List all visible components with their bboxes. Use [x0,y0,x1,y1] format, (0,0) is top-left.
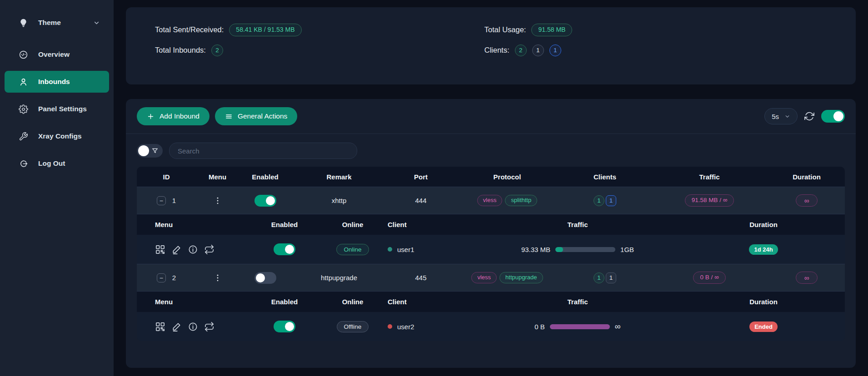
inbound-enabled-toggle[interactable] [254,272,276,284]
total-usage-badge: 91.58 MB [531,24,572,36]
sent-received-label: Total Sent/Received: [155,25,224,34]
inbound-row-2: − 2 httpupgrade 445 vless httpupgrade [137,264,845,291]
protocol-badge: vless [471,272,497,283]
client-enabled-toggle[interactable] [274,243,295,255]
person-icon [18,77,28,87]
clients-total-badge: 2 [515,45,527,56]
info-icon[interactable] [188,244,198,255]
auto-refresh-toggle[interactable] [821,110,845,123]
sidebar-item-overview[interactable]: Overview [5,44,109,65]
vertical-dots-icon [213,196,222,205]
inbound-port: 445 [387,274,455,282]
sub-header-traffic: Traffic [473,221,682,228]
toolbar-right: 5s [764,108,845,124]
sub-header-online: Online [323,298,382,306]
traffic-progress-bar [555,247,615,252]
sub-header-enabled: Enabled [246,221,323,228]
inbound-enabled-toggle[interactable] [254,195,276,207]
client-row-user1: Online user1 93.33 MB 1GB 1d 24h [137,235,845,264]
reset-traffic-icon[interactable] [204,322,215,332]
traffic-used: 0 B [534,323,545,331]
hamburger-icon [225,113,233,120]
total-inbounds-label: Total Inbounds: [155,46,206,54]
stat-sent-received: Total Sent/Received: 58.41 KB / 91.53 MB [155,24,484,36]
reset-traffic-icon[interactable] [204,244,215,255]
client-duration-badge: Ended [749,322,778,332]
stat-clients: Clients: 2 1 1 [484,45,573,56]
toolbar: Add Inbound General Actions 5s [126,99,856,134]
table-header-row: ID Menu Enabled Remark Port Protocol Cli… [137,167,845,187]
duration-badge: ∞ [796,272,818,284]
inbound-row-1: − 1 xhttp 444 vless splithttp [137,187,845,214]
logout-icon [18,158,28,168]
transport-badge: httpupgrade [499,272,543,283]
row-menu-button[interactable] [213,273,222,282]
sidebar-item-xray-configs[interactable]: Xray Configs [5,125,109,147]
wrench-icon [18,131,28,141]
edit-icon[interactable] [171,244,182,255]
sub-header-traffic: Traffic [473,298,682,306]
edit-icon[interactable] [171,322,182,332]
sent-received-badge: 58.41 KB / 91.53 MB [229,24,301,36]
transport-badge: splithttp [505,195,537,206]
row-menu-button[interactable] [213,196,222,205]
client-enabled-toggle[interactable] [274,321,295,332]
header-id: ID [137,173,196,181]
app-root: Theme Overview Inbounds Panel Settings [0,0,868,376]
client-dot-icon [388,324,392,329]
stats-left-column: Total Sent/Received: 58.41 KB / 91.53 MB… [155,24,484,84]
traffic-badge: 0 B / ∞ [693,272,725,284]
sidebar-item-theme[interactable]: Theme [5,12,109,34]
sidebar-item-panel-settings[interactable]: Panel Settings [5,98,109,120]
sub-header-online: Online [323,221,382,228]
clients-offline-count-badge: 1 [606,272,616,283]
sub-header-menu: Menu [137,221,246,228]
client-row-user2: Offline user2 0 B ∞ Ended [137,312,845,341]
client-name: user1 [397,246,414,253]
add-inbound-button[interactable]: Add Inbound [137,107,210,125]
main-content: Total Sent/Received: 58.41 KB / 91.53 MB… [114,0,868,376]
plus-icon [147,113,155,120]
sidebar-item-log-out[interactable]: Log Out [5,153,109,174]
sub-header-client: Client [382,221,473,228]
client-table-header-1: Menu Enabled Online Client Traffic Durat… [137,214,845,235]
qr-code-icon[interactable] [155,322,165,332]
theme-label: Theme [38,19,61,27]
sub-header-duration: Duration [682,298,845,306]
chevron-down-icon [784,114,790,119]
search-row [126,134,856,165]
sub-header-enabled: Enabled [246,298,323,306]
client-dot-icon [388,247,392,252]
sidebar-item-inbounds[interactable]: Inbounds [5,71,109,93]
qr-code-icon[interactable] [155,244,165,255]
clients-count-badge: 1 [594,195,604,206]
inbounds-table: ID Menu Enabled Remark Port Protocol Cli… [137,167,845,341]
header-menu: Menu [196,173,239,181]
filter-toggle[interactable] [137,144,163,158]
collapse-button[interactable]: − [157,273,166,282]
inbound-port: 444 [387,197,455,204]
sidebar: Theme Overview Inbounds Panel Settings [0,0,114,376]
clients-online-count-badge: 1 [606,195,616,206]
vertical-dots-icon [213,273,222,282]
inbounds-label: Inbounds [38,78,70,86]
general-actions-button[interactable]: General Actions [215,107,297,125]
online-status-badge: Offline [337,321,369,332]
search-input[interactable] [169,143,357,159]
refresh-icon[interactable] [804,111,814,121]
log-out-label: Log Out [38,159,65,168]
traffic-badge: 91.58 MB / ∞ [685,194,734,207]
collapse-button[interactable]: − [157,196,166,205]
gauge-icon [18,49,28,59]
client-table-header-2: Menu Enabled Online Client Traffic Durat… [137,291,845,312]
stats-card: Total Sent/Received: 58.41 KB / 91.53 MB… [126,7,856,84]
bulb-icon [18,18,28,28]
stat-total-inbounds: Total Inbounds: 2 [155,45,484,56]
refresh-interval-select[interactable]: 5s [764,108,798,124]
panel-settings-label: Panel Settings [38,105,87,113]
sub-header-client: Client [382,298,473,306]
xray-configs-label: Xray Configs [38,132,82,140]
client-name: user2 [397,323,414,331]
info-icon[interactable] [188,322,198,332]
stats-right-column: Total Usage: 91.58 MB Clients: 2 1 1 [484,24,573,84]
